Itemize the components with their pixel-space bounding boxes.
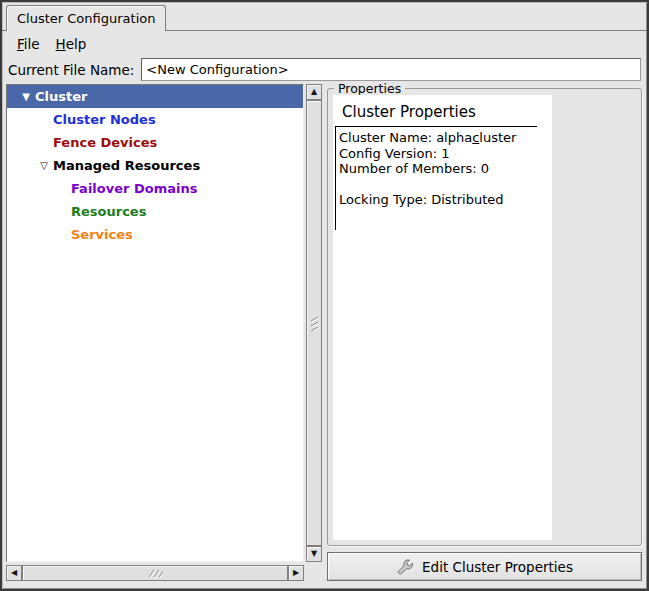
properties-fields: Cluster Name: alphaclusterConfig Version… <box>335 126 537 230</box>
scroll-grip-icon <box>147 568 163 578</box>
tab-label: Cluster Configuration <box>17 11 155 26</box>
tree-item-label: Services <box>71 227 139 242</box>
tree-item-managed-resources[interactable]: ▽Managed Resources <box>7 154 303 177</box>
horizontal-scroll-thumb[interactable] <box>22 565 288 581</box>
cluster-tree-pane: ▼ClusterCluster NodesFence Devices▽Manag… <box>6 84 322 581</box>
scroll-down-icon[interactable]: ▼ <box>306 546 322 562</box>
current-file-name-label: Current File Name: <box>8 62 134 78</box>
edit-button-label: Edit Cluster Properties <box>422 559 573 575</box>
tree-item-label: Failover Domains <box>71 181 203 196</box>
menu-help[interactable]: Help <box>48 33 95 55</box>
property-line: Cluster Name: alphacluster <box>339 130 537 146</box>
scroll-right-icon[interactable]: ▶ <box>288 565 304 581</box>
properties-pane: Properties Cluster Properties Cluster Na… <box>327 84 642 581</box>
tab-cluster-configuration[interactable]: Cluster Configuration <box>6 5 166 31</box>
notebook-tabstrip: Cluster Configuration <box>2 2 647 31</box>
tree-area: ▼ClusterCluster NodesFence Devices▽Manag… <box>6 84 322 562</box>
tree-item-cluster[interactable]: ▼Cluster <box>7 85 303 108</box>
cluster-tree: ▼ClusterCluster NodesFence Devices▽Manag… <box>6 84 304 562</box>
properties-content: Cluster Properties Cluster Name: alphacl… <box>333 95 552 540</box>
tree-item-failover-domains[interactable]: Failover Domains <box>7 177 303 200</box>
scroll-left-icon[interactable]: ◀ <box>6 565 22 581</box>
menu-bar: File Help <box>2 31 647 56</box>
wrench-icon <box>396 557 415 576</box>
vertical-scroll-thumb[interactable] <box>306 100 322 546</box>
main-area: ▼ClusterCluster NodesFence Devices▽Manag… <box>2 83 647 589</box>
edit-cluster-properties-button[interactable]: Edit Cluster Properties <box>327 552 642 581</box>
file-name-bar: Current File Name: <box>2 56 647 83</box>
properties-frame-label: Properties <box>334 81 405 96</box>
current-file-name-input[interactable] <box>141 58 641 81</box>
tree-item-cluster-nodes[interactable]: Cluster Nodes <box>7 108 303 131</box>
tree-item-label: Fence Devices <box>53 135 163 150</box>
cluster-configuration-window: Cluster Configuration File Help Current … <box>0 0 649 591</box>
property-line: Locking Type: Distributed <box>339 192 537 208</box>
property-line: Config Version: 1 <box>339 146 537 162</box>
expander-icon[interactable]: ▼ <box>17 92 35 102</box>
scroll-grip-icon <box>309 315 319 331</box>
properties-frame: Properties Cluster Properties Cluster Na… <box>327 88 642 546</box>
tree-item-label: Managed Resources <box>53 158 206 173</box>
menu-file[interactable]: File <box>9 33 48 55</box>
tree-item-resources[interactable]: Resources <box>7 200 303 223</box>
property-line: Number of Members: 0 <box>339 161 537 177</box>
expander-icon[interactable]: ▽ <box>35 161 53 171</box>
tree-item-services[interactable]: Services <box>7 223 303 246</box>
property-line <box>339 177 537 193</box>
scroll-up-icon[interactable]: ▲ <box>306 84 322 100</box>
properties-title: Cluster Properties <box>342 103 552 121</box>
tree-item-label: Cluster <box>35 89 93 104</box>
tree-item-label: Resources <box>71 204 152 219</box>
tree-item-fence-devices[interactable]: Fence Devices <box>7 131 303 154</box>
tree-item-label: Cluster Nodes <box>53 112 162 127</box>
tree-horizontal-scrollbar[interactable]: ◀ ▶ <box>6 565 304 581</box>
tree-vertical-scrollbar[interactable]: ▲ ▼ <box>306 84 322 562</box>
